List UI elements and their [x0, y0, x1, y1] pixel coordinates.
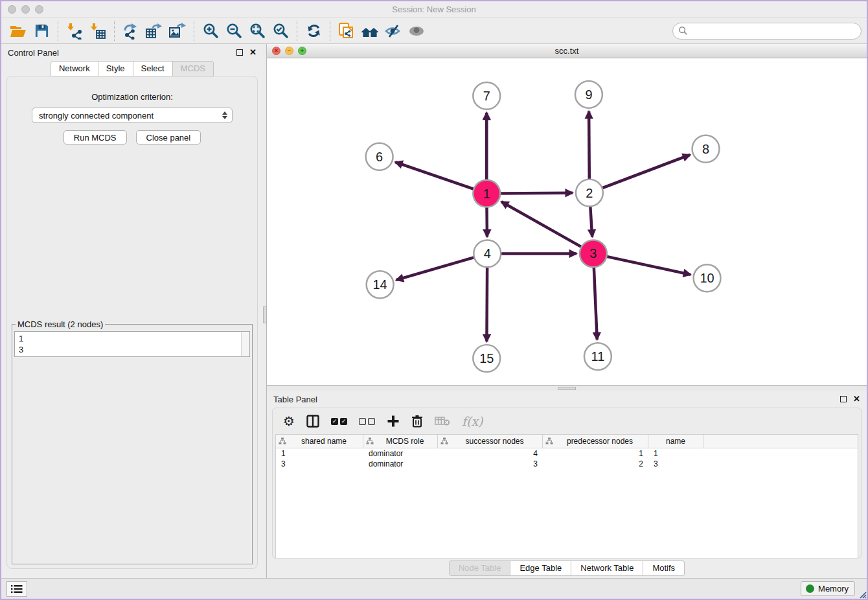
graph-edge-4-14[interactable]	[396, 257, 475, 280]
title-bar: Session: New Session	[1, 1, 867, 18]
import-table-icon[interactable]	[86, 21, 109, 41]
close-panel-button[interactable]: Close panel	[136, 130, 201, 144]
table-row[interactable]: 3 dominator 3 2 3	[276, 459, 858, 469]
tab-network-table[interactable]: Network Table	[571, 560, 643, 576]
table-tabs: Node Table Edge Table Network Table Moti…	[267, 559, 867, 578]
splitter-handle[interactable]	[558, 387, 576, 390]
show-all-icon[interactable]	[405, 21, 428, 41]
graph-edge-3-10[interactable]	[606, 257, 691, 275]
table-toolbar: ⚙ ✓✓	[273, 408, 861, 434]
table-header-row: shared name MCDS role successor nodes	[276, 435, 858, 448]
column-header-successor-nodes[interactable]: successor nodes	[438, 435, 543, 448]
deselect-all-icon[interactable]	[359, 413, 375, 430]
toolbar-separator	[330, 21, 330, 41]
tab-node-table[interactable]: Node Table	[449, 560, 511, 576]
network-graph[interactable]: 7968124314101511	[267, 58, 867, 385]
run-mcds-button[interactable]: Run MCDS	[63, 130, 127, 144]
graph-edge-4-15[interactable]	[486, 266, 487, 341]
task-history-icon[interactable]	[6, 581, 27, 597]
graph-node-label-9: 9	[585, 87, 592, 102]
graph-edge-2-8[interactable]	[602, 155, 691, 189]
close-table-panel-icon[interactable]: ✕	[853, 396, 860, 402]
panel-splitter-horizontal[interactable]	[267, 386, 867, 391]
network-view-title: scc.txt	[267, 46, 867, 56]
save-session-icon[interactable]	[30, 21, 53, 41]
control-panel-tabs: Network Style Select MCDS	[1, 61, 263, 76]
graph-edge-1-2[interactable]	[499, 193, 573, 194]
show-columns-icon[interactable]	[306, 413, 319, 430]
zoom-out-icon[interactable]	[222, 21, 246, 41]
toolbar-separator	[58, 21, 58, 41]
open-session-icon[interactable]	[6, 21, 30, 41]
settings-gear-icon[interactable]: ⚙	[283, 413, 295, 430]
graph-edge-2-9[interactable]	[589, 111, 589, 180]
table-row[interactable]: 1 dominator 4 1 1	[276, 448, 858, 459]
hierarchy-icon	[279, 437, 286, 445]
control-panel: Control Panel ✕ Network Style Select MCD…	[1, 44, 263, 578]
control-panel-title: Control Panel	[8, 48, 59, 58]
graph-node-label-7: 7	[483, 89, 490, 103]
graph-edge-1-6[interactable]	[395, 162, 474, 189]
zoom-selected-icon[interactable]	[269, 21, 292, 41]
result-scrollbar[interactable]	[241, 332, 249, 356]
export-table-icon[interactable]	[143, 21, 166, 41]
column-header-predecessor-nodes[interactable]: predecessor nodes	[543, 435, 648, 448]
export-image-icon[interactable]	[166, 21, 189, 41]
graph-edge-3-11[interactable]	[594, 266, 597, 340]
cell-predecessor-nodes: 2	[543, 459, 648, 468]
optimization-criterion-label: Optimization criterion:	[91, 92, 173, 102]
toolbar-separator	[297, 21, 297, 41]
node-table-container: ⚙ ✓✓	[272, 408, 862, 559]
search-input[interactable]	[688, 25, 861, 38]
column-header-name[interactable]: name	[648, 435, 703, 448]
add-row-icon[interactable]	[387, 413, 400, 430]
float-table-panel-icon[interactable]	[840, 396, 847, 402]
first-neighbors-icon[interactable]	[358, 21, 382, 41]
refresh-layout-icon[interactable]	[302, 21, 325, 41]
cell-mcds-role: dominator	[363, 449, 438, 458]
mcds-result-list[interactable]: 1 3	[14, 331, 250, 357]
memory-button[interactable]: Memory	[801, 581, 855, 596]
cell-shared-name: 1	[276, 449, 363, 458]
graph-edge-1-4[interactable]	[486, 207, 487, 237]
column-header-mcds-role[interactable]: MCDS role	[363, 435, 438, 448]
node-table[interactable]: shared name MCDS role successor nodes	[275, 434, 858, 558]
network-canvas[interactable]: 7968124314101511	[267, 58, 867, 385]
cell-mcds-role: dominator	[363, 459, 438, 468]
column-header-filler	[703, 435, 858, 448]
tab-network[interactable]: Network	[51, 61, 98, 76]
search-box[interactable]	[672, 23, 862, 40]
tab-select[interactable]: Select	[133, 61, 173, 76]
tab-style[interactable]: Style	[98, 61, 133, 76]
graph-node-label-3: 3	[589, 246, 597, 260]
table-panel-header: Table Panel ✕	[267, 391, 867, 408]
table-panel-title: Table Panel	[273, 395, 317, 404]
resize-grip-icon[interactable]	[859, 591, 867, 599]
select-all-icon[interactable]: ✓✓	[331, 413, 347, 430]
column-header-shared-name[interactable]: shared name	[276, 435, 363, 448]
graph-edge-2-3[interactable]	[590, 206, 592, 237]
zoom-in-icon[interactable]	[199, 21, 222, 41]
toolbar-separator	[194, 21, 194, 41]
delete-row-icon[interactable]	[411, 413, 423, 430]
tab-edge-table[interactable]: Edge Table	[510, 560, 571, 576]
tab-mcds[interactable]: MCDS	[173, 61, 214, 76]
optimization-criterion-select[interactable]: strongly connected component	[32, 108, 233, 123]
float-panel-icon[interactable]	[236, 49, 243, 56]
import-network-icon[interactable]	[63, 21, 86, 41]
hide-selected-icon[interactable]	[382, 21, 405, 41]
cell-shared-name: 3	[276, 459, 363, 468]
clone-network-icon[interactable]	[335, 21, 358, 41]
search-icon	[678, 26, 688, 36]
tab-motifs[interactable]: Motifs	[643, 560, 685, 576]
memory-label: Memory	[818, 584, 849, 594]
graph-node-label-6: 6	[376, 150, 383, 164]
graph-edge-3-1[interactable]	[501, 202, 582, 247]
delete-table-icon	[435, 413, 450, 430]
graph-node-label-14: 14	[373, 277, 387, 292]
mcds-panel-body: Optimization criterion: strongly connect…	[6, 76, 258, 569]
zoom-fit-icon[interactable]	[246, 21, 269, 41]
cell-successor-nodes: 3	[438, 459, 543, 468]
export-network-icon[interactable]	[119, 21, 143, 41]
close-panel-icon[interactable]: ✕	[249, 49, 257, 56]
